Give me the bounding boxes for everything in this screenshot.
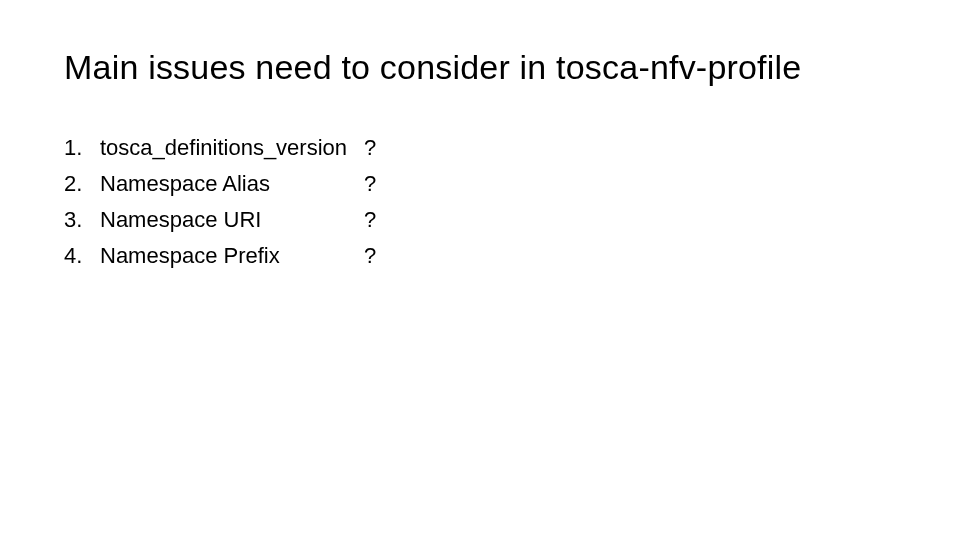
list-item: 4. Namespace Prefix ? — [64, 243, 896, 269]
list-item: 1. tosca_definitions_version ? — [64, 135, 896, 161]
item-mark: ? — [364, 171, 384, 197]
item-mark: ? — [364, 135, 384, 161]
item-number: 1. — [64, 135, 100, 161]
item-number: 4. — [64, 243, 100, 269]
item-mark: ? — [364, 207, 384, 233]
list-item: 3. Namespace URI ? — [64, 207, 896, 233]
item-number: 3. — [64, 207, 100, 233]
item-text: Namespace Alias — [100, 171, 364, 197]
item-text: Namespace Prefix — [100, 243, 364, 269]
item-text: tosca_definitions_version — [100, 135, 364, 161]
item-number: 2. — [64, 171, 100, 197]
item-mark: ? — [364, 243, 384, 269]
slide: Main issues need to consider in tosca-nf… — [0, 0, 960, 540]
issues-list: 1. tosca_definitions_version ? 2. Namesp… — [64, 135, 896, 269]
item-text: Namespace URI — [100, 207, 364, 233]
list-item: 2. Namespace Alias ? — [64, 171, 896, 197]
slide-title: Main issues need to consider in tosca-nf… — [64, 48, 896, 87]
